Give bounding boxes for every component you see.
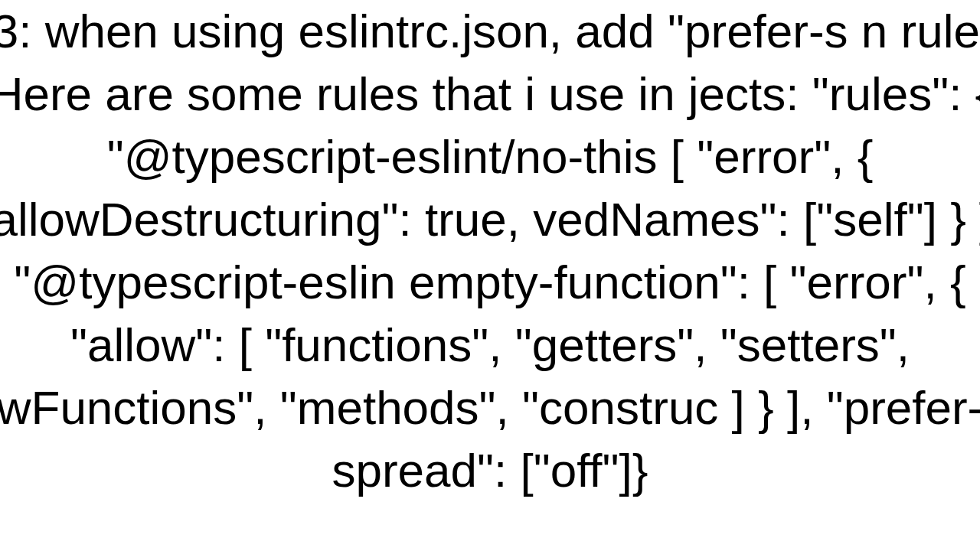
document-text-content: r 3: when using eslintrc.json, add "pref… — [0, 0, 980, 502]
